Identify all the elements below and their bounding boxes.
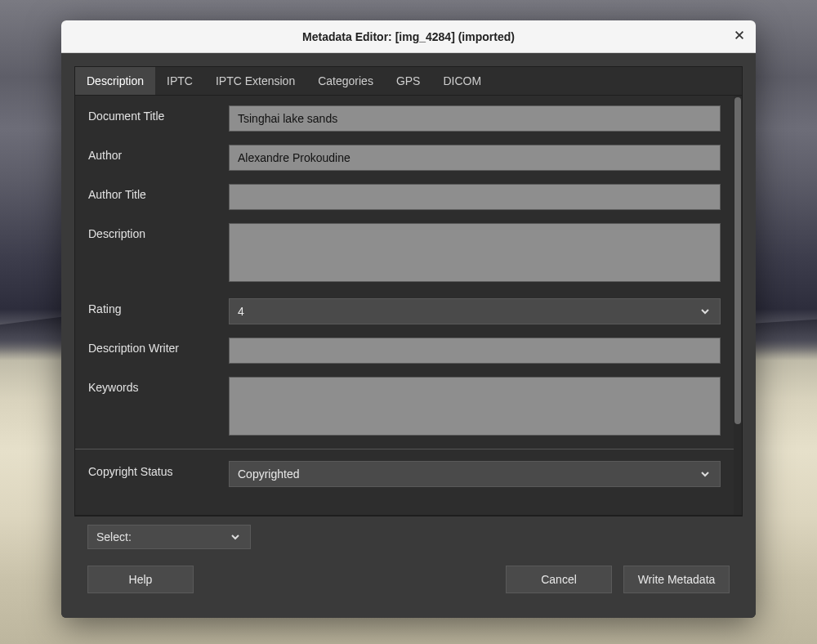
- row-copyright-status: Copyright Status Copyrighted: [75, 449, 734, 494]
- row-description: Description: [75, 217, 734, 292]
- spacer: [205, 566, 494, 593]
- tabrow: Description IPTC IPTC Extension Categori…: [75, 67, 742, 96]
- input-description-writer[interactable]: [229, 338, 721, 364]
- titlebar: Metadata Editor: [img_4284] (imported): [61, 20, 756, 53]
- form-scrollpane: Document Title Author Au: [75, 96, 734, 515]
- tab-dicom[interactable]: DICOM: [431, 67, 493, 95]
- dropdown-rating-value: 4: [238, 305, 699, 318]
- scrollbar[interactable]: [734, 96, 742, 515]
- write-metadata-button[interactable]: Write Metadata: [623, 566, 730, 593]
- label-author: Author: [88, 145, 219, 162]
- dropdown-rating[interactable]: 4: [229, 298, 721, 324]
- row-document-title: Document Title: [75, 99, 734, 138]
- input-document-title[interactable]: [229, 105, 721, 132]
- label-author-title: Author Title: [88, 184, 219, 201]
- close-button[interactable]: [730, 27, 749, 47]
- dropdown-copyright-status-value: Copyrighted: [238, 467, 699, 481]
- tab-categories[interactable]: Categories: [306, 67, 385, 95]
- button-row: Help Cancel Write Metadata: [74, 554, 743, 605]
- tab-description[interactable]: Description: [75, 67, 155, 95]
- close-icon: [734, 29, 745, 44]
- label-rating: Rating: [88, 298, 219, 315]
- footer-select-row: Select:: [74, 516, 743, 554]
- tab-container: Description IPTC IPTC Extension Categori…: [74, 66, 743, 516]
- metadata-editor-window: Metadata Editor: [img_4284] (imported) D…: [61, 20, 756, 618]
- tab-iptc[interactable]: IPTC: [155, 67, 204, 95]
- tab-iptc-extension[interactable]: IPTC Extension: [204, 67, 306, 95]
- select-preset-label: Select:: [96, 530, 132, 543]
- help-button[interactable]: Help: [87, 566, 194, 593]
- scrollbar-thumb[interactable]: [734, 97, 741, 424]
- cancel-button[interactable]: Cancel: [506, 566, 612, 593]
- row-description-writer: Description Writer: [75, 331, 734, 370]
- row-author: Author: [75, 138, 734, 177]
- label-description-writer: Description Writer: [88, 338, 219, 355]
- label-keywords: Keywords: [88, 377, 219, 394]
- input-keywords[interactable]: [229, 377, 721, 436]
- tab-content: Document Title Author Au: [75, 96, 742, 515]
- chevron-down-icon: [229, 530, 242, 543]
- label-document-title: Document Title: [88, 105, 219, 123]
- dialog-body: Description IPTC IPTC Extension Categori…: [61, 53, 756, 618]
- chevron-down-icon: [699, 305, 712, 318]
- label-description: Description: [88, 223, 219, 240]
- tab-gps[interactable]: GPS: [385, 67, 432, 95]
- chevron-down-icon: [699, 467, 712, 481]
- input-author-title[interactable]: [229, 184, 721, 210]
- dropdown-copyright-status[interactable]: Copyrighted: [229, 461, 721, 487]
- input-author[interactable]: [229, 145, 721, 171]
- input-description[interactable]: [229, 223, 721, 282]
- label-copyright-status: Copyright Status: [88, 461, 219, 478]
- row-rating: Rating 4: [75, 292, 734, 331]
- window-title: Metadata Editor: [img_4284] (imported): [61, 30, 756, 43]
- select-preset-dropdown[interactable]: Select:: [87, 525, 251, 549]
- row-keywords: Keywords: [75, 370, 734, 445]
- row-author-title: Author Title: [75, 177, 734, 217]
- description-form: Document Title Author Au: [75, 96, 734, 497]
